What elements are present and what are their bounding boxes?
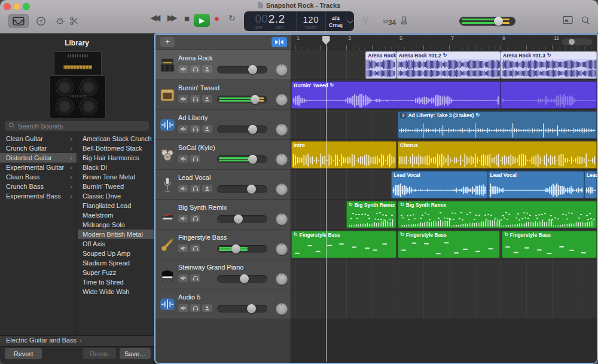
- track-volume-slider[interactable]: [217, 245, 267, 253]
- breadcrumb[interactable]: Electric Guitar and Bass›: [0, 335, 154, 347]
- cycle-button[interactable]: ↻: [228, 13, 236, 23]
- tuning-fork-button[interactable]: [361, 16, 370, 26]
- input-button[interactable]: [202, 125, 212, 133]
- track-volume-slider[interactable]: [217, 275, 267, 283]
- pan-knob[interactable]: [276, 183, 288, 195]
- lcd-key-signature[interactable]: 4/4 Cmaj: [325, 11, 346, 31]
- midi-region[interactable]: ↻Fingerstyle Bass: [291, 231, 396, 258]
- track-header[interactable]: Lead Vocal: [155, 170, 291, 200]
- audio-region[interactable]: Arena Rock #01.3↻: [501, 51, 597, 79]
- solo-button[interactable]: [190, 185, 200, 192]
- save-button[interactable]: Save…: [120, 348, 151, 359]
- mute-button[interactable]: [178, 215, 188, 222]
- solo-button[interactable]: [190, 304, 200, 312]
- midi-region[interactable]: ↻Fingerstyle Bass: [398, 231, 500, 258]
- metronome-button[interactable]: [399, 16, 408, 25]
- sidebar-preset-item[interactable]: Souped Up Amp: [78, 249, 154, 258]
- track-volume-slider[interactable]: [217, 215, 267, 223]
- solo-button[interactable]: [190, 274, 200, 282]
- sidebar-preset-item[interactable]: Flangilated Lead: [78, 201, 154, 210]
- pan-knob[interactable]: [276, 154, 288, 166]
- track-header[interactable]: Fingerstyle Bass: [155, 230, 291, 259]
- pan-knob[interactable]: [276, 124, 288, 136]
- audio-region[interactable]: Lead Vocal: [584, 171, 597, 198]
- track-header[interactable]: Steinway Grand Piano: [155, 259, 291, 289]
- mute-button[interactable]: [178, 244, 188, 252]
- sidebar-category-item[interactable]: Distorted Guitar›: [0, 153, 77, 163]
- audio-region[interactable]: Arena Rock: [365, 51, 396, 79]
- sidebar-preset-item[interactable]: American Stack Crunch: [78, 134, 154, 143]
- pan-knob[interactable]: [276, 273, 288, 285]
- track-volume-slider[interactable]: [217, 155, 267, 163]
- track-volume-knob[interactable]: [248, 155, 257, 164]
- timeline-ruler[interactable]: 1357911: [291, 35, 597, 50]
- smart-controls-button[interactable]: [563, 16, 573, 25]
- audio-region[interactable]: [501, 81, 597, 109]
- sidebar-preset-item[interactable]: Brown Tone Metal: [78, 172, 154, 182]
- solo-button[interactable]: [190, 155, 200, 163]
- sidebar-preset-item[interactable]: Midrange Solo: [78, 220, 154, 230]
- sidebar-preset-item[interactable]: Super Fuzz: [78, 268, 154, 277]
- mute-button[interactable]: [178, 274, 188, 282]
- mute-button[interactable]: [178, 125, 188, 133]
- pan-knob[interactable]: [276, 243, 288, 255]
- revert-button[interactable]: Revert: [5, 348, 42, 359]
- lcd-tempo[interactable]: 120 TEMPO: [296, 11, 325, 31]
- sidebar-preset-item[interactable]: Big Hair Harmonics: [78, 153, 154, 163]
- track-volume-knob[interactable]: [251, 95, 260, 104]
- zoom-slider-knob[interactable]: [569, 39, 575, 45]
- sidebar-category-item[interactable]: Crunch Guitar›: [0, 143, 77, 153]
- input-button[interactable]: [202, 304, 212, 312]
- master-volume-knob[interactable]: [494, 17, 503, 26]
- sidebar-category-item[interactable]: Experimental Bass›: [0, 191, 77, 201]
- track-header[interactable]: SoCal (Kyle): [155, 140, 291, 170]
- solo-button[interactable]: [190, 244, 200, 252]
- input-button[interactable]: [202, 185, 212, 192]
- sidebar-preset-item[interactable]: Off Axis: [78, 239, 154, 249]
- sidebar-preset-item[interactable]: Wide Wide Wah: [78, 287, 154, 296]
- pan-knob[interactable]: [276, 213, 288, 225]
- input-button[interactable]: [202, 65, 212, 73]
- track-header[interactable]: Arena Rock: [155, 50, 291, 80]
- track-volume-slider[interactable]: [217, 66, 267, 74]
- audio-region[interactable]: 3Ad Liberty: Take 3 (3 takes)↻: [398, 111, 597, 139]
- track-volume-knob[interactable]: [248, 65, 257, 74]
- audio-region[interactable]: Lead Vocal: [488, 171, 584, 198]
- track-header[interactable]: Audio 5: [155, 289, 291, 319]
- tuner-button[interactable]: [55, 16, 65, 26]
- stop-button[interactable]: ■: [184, 13, 190, 23]
- count-in-button[interactable]: 1234: [383, 17, 396, 27]
- rewind-button[interactable]: ◀◀: [151, 13, 158, 22]
- zoom-slider[interactable]: [562, 38, 593, 45]
- sidebar-category-item[interactable]: Crunch Bass›: [0, 182, 77, 191]
- track-volume-slider[interactable]: [217, 126, 267, 133]
- track-volume-knob[interactable]: [247, 304, 256, 313]
- loop-browser-button[interactable]: [581, 16, 590, 25]
- track-volume-slider[interactable]: [217, 305, 267, 313]
- mute-button[interactable]: [178, 155, 188, 163]
- track-volume-slider[interactable]: [217, 185, 267, 193]
- pan-knob[interactable]: [276, 94, 288, 106]
- midi-region[interactable]: ↻Big Synth Remix: [398, 201, 597, 228]
- sidebar-preset-item[interactable]: Modern British Metal: [78, 230, 154, 239]
- catch-playhead-button[interactable]: [271, 37, 287, 47]
- solo-button[interactable]: [190, 65, 200, 73]
- track-volume-knob[interactable]: [247, 185, 256, 194]
- sidebar-preset-item[interactable]: Burnin' Tweed: [78, 182, 154, 191]
- mute-button[interactable]: [178, 304, 188, 312]
- audio-region[interactable]: Lead Vocal: [391, 171, 487, 198]
- lcd-display[interactable]: 002.2 BARBEAT 120 TEMPO 4/4 Cmaj: [244, 11, 354, 31]
- sidebar-preset-item[interactable]: Classic Drive: [78, 191, 154, 201]
- play-button[interactable]: ▶: [194, 14, 210, 27]
- search-input[interactable]: Search Sounds: [5, 121, 149, 131]
- sidebar-preset-item[interactable]: Time to Shred: [78, 277, 154, 287]
- sidebar-preset-item[interactable]: Maelstrom: [78, 210, 154, 220]
- audio-region[interactable]: Arena Rock #01.2↻: [396, 51, 501, 79]
- mute-button[interactable]: [178, 185, 188, 192]
- master-volume-slider[interactable]: [459, 17, 515, 26]
- mute-button[interactable]: [178, 95, 188, 103]
- lcd-display-mode-chevron[interactable]: [346, 11, 354, 31]
- midi-region[interactable]: ↻Big Synth Remix: [346, 201, 396, 228]
- fast-forward-button[interactable]: ▶▶: [167, 13, 175, 22]
- sidebar-category-item[interactable]: Experimental Guitar›: [0, 163, 77, 172]
